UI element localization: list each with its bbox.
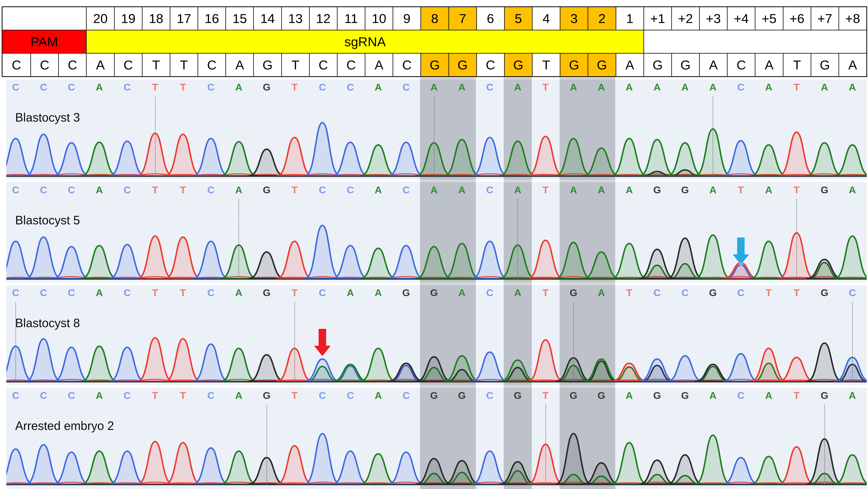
- dashed-gridline: [573, 302, 574, 382]
- reference-base-cell: G: [253, 53, 281, 76]
- base-call-letter: A: [810, 81, 838, 93]
- base-call-letter: T: [532, 81, 560, 93]
- base-call-letter: A: [225, 81, 253, 93]
- position-cell: +4: [727, 7, 755, 30]
- position-cell: 10: [365, 7, 393, 30]
- base-call-letter: G: [810, 184, 838, 196]
- base-call-letter: T: [169, 287, 197, 298]
- base-call-letter: T: [281, 81, 308, 93]
- base-call-letter: A: [364, 390, 392, 401]
- reference-base-cell: G: [588, 53, 615, 76]
- dashed-gridline: [294, 302, 295, 382]
- base-call-letter: T: [281, 390, 308, 401]
- position-cell: +2: [671, 7, 699, 30]
- base-call-letter: G: [253, 390, 281, 401]
- sequencing-figure: 2019181716151413121110987654321+1+2+3+4+…: [0, 0, 868, 489]
- reference-base-cell: A: [225, 53, 253, 76]
- reference-base-cell: C: [58, 53, 86, 76]
- reference-base-cell: G: [560, 53, 588, 76]
- reference-base-cell: A: [86, 53, 114, 76]
- base-call-letter: C: [643, 287, 671, 298]
- position-cell: 3: [560, 7, 588, 30]
- base-call-letter: G: [504, 390, 531, 401]
- downstream-region-cell: [644, 30, 866, 53]
- base-call-letter: G: [671, 390, 699, 401]
- reference-base-cell: G: [811, 53, 838, 76]
- position-cell: 9: [393, 7, 421, 30]
- base-call-letter: A: [560, 81, 587, 93]
- base-call-letter: C: [308, 287, 336, 298]
- chromatogram-traces: [6, 80, 867, 179]
- base-call-letter: A: [699, 81, 727, 93]
- base-call-letter: A: [755, 184, 783, 196]
- base-call-letter: T: [281, 184, 308, 196]
- position-cell: +5: [755, 7, 783, 30]
- base-call-letter: G: [810, 287, 838, 298]
- base-call-letter: A: [504, 184, 531, 196]
- base-call-letter: G: [560, 390, 587, 401]
- base-call-letter: A: [560, 184, 587, 196]
- chromatogram-panel-arrested-embryo-2: Arrested embryo 2 CCCACTTCAGTCCACGGCGTGG…: [6, 388, 867, 489]
- base-call-letter: T: [141, 390, 169, 401]
- reference-base-cell: A: [699, 53, 727, 76]
- position-cell: +8: [838, 7, 866, 30]
- reference-base-cell: A: [365, 53, 393, 76]
- position-cell: +3: [699, 7, 727, 30]
- base-call-letter: A: [85, 81, 113, 93]
- base-call-letter: A: [420, 81, 448, 93]
- base-call-letter: A: [85, 184, 113, 196]
- base-call-letter: T: [755, 287, 783, 298]
- base-call-letter: A: [838, 81, 866, 93]
- base-call-letter: C: [113, 81, 141, 93]
- base-call-letter: C: [392, 184, 420, 196]
- reference-base-cell: A: [838, 53, 866, 76]
- base-call-letter: G: [643, 390, 671, 401]
- base-call-letter: C: [476, 81, 504, 93]
- base-call-letter: C: [30, 390, 57, 401]
- base-call-letter: A: [225, 287, 253, 298]
- base-call-letter: C: [476, 184, 504, 196]
- base-call-letter: C: [336, 390, 364, 401]
- base-call-letter: C: [2, 287, 30, 298]
- pam-region-cell: PAM: [3, 30, 86, 53]
- base-call-letter: G: [253, 184, 281, 196]
- reference-base-cell: G: [421, 53, 448, 76]
- position-cell: 19: [114, 7, 142, 30]
- base-call-letter: G: [253, 81, 281, 93]
- base-call-letter: A: [615, 390, 643, 401]
- base-call-letter: A: [364, 81, 392, 93]
- chromatogram-panel-blastocyst-3: Blastocyst 3 CCCACTTCAGTCCACAACATAAAAAAC…: [6, 80, 867, 179]
- reference-base-cell: C: [309, 53, 337, 76]
- base-call-letter: C: [58, 81, 85, 93]
- base-call-letter: T: [141, 184, 169, 196]
- base-call-letter: C: [197, 390, 225, 401]
- dashed-gridline: [155, 96, 156, 176]
- guide-position-table: 2019181716151413121110987654321+1+2+3+4+…: [2, 6, 867, 77]
- base-call-letter: C: [2, 184, 30, 196]
- position-cell: 12: [309, 7, 337, 30]
- position-cell: 4: [532, 7, 560, 30]
- dashed-gridline: [239, 199, 239, 279]
- position-cell: 8: [421, 7, 448, 30]
- dashed-gridline: [824, 405, 825, 485]
- base-call-letter: A: [587, 287, 615, 298]
- base-call-letter: C: [308, 184, 336, 196]
- base-call-letter: C: [113, 184, 141, 196]
- base-call-letter: G: [560, 287, 587, 298]
- base-call-letter: C: [392, 81, 420, 93]
- panel-label: Blastocyst 5: [15, 213, 80, 227]
- reference-sequence-row: CCCACTTCAGTCCACGGCGTGGAGGACATGA: [3, 53, 866, 76]
- base-call-letter: G: [587, 390, 615, 401]
- base-call-letter: C: [113, 390, 141, 401]
- base-call-letter: C: [308, 81, 336, 93]
- chromatogram-traces: [6, 388, 867, 489]
- dashed-gridline: [434, 96, 435, 176]
- base-call-letter: T: [532, 390, 560, 401]
- reference-base-cell: C: [30, 53, 58, 76]
- base-call-letter: G: [671, 184, 699, 196]
- base-call-letter: C: [671, 287, 699, 298]
- base-call-letter: A: [755, 390, 783, 401]
- red-down-arrow-icon: [313, 328, 332, 357]
- base-call-letter: C: [197, 287, 225, 298]
- base-call-letter: A: [699, 390, 727, 401]
